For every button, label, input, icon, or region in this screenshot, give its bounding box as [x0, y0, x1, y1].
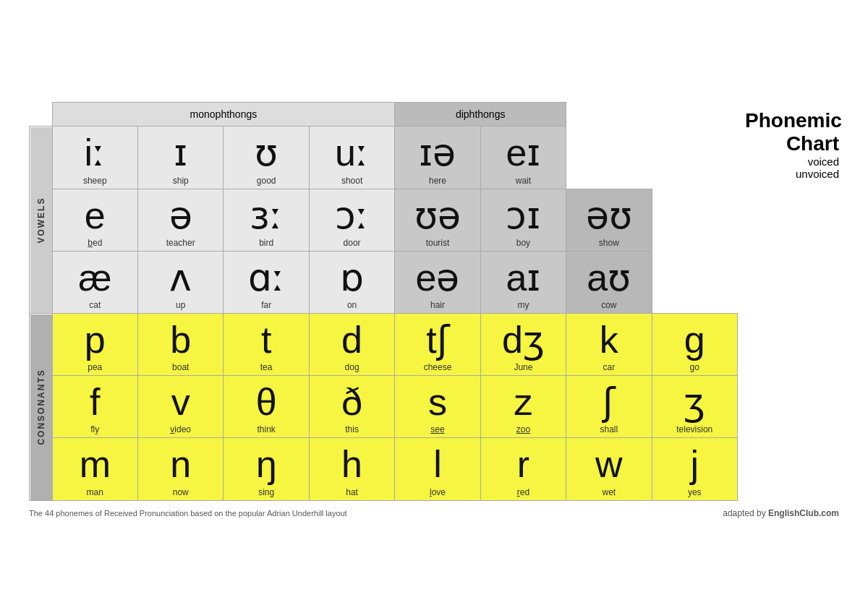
empty-v3	[652, 251, 737, 313]
word-far: far	[226, 300, 305, 310]
cell-l: l love	[395, 438, 480, 500]
main-container: monophthongs diphthongs VOWELS iː sheep	[29, 102, 839, 500]
cell-z: z zoo	[480, 376, 566, 438]
word-zoo: zoo	[484, 424, 563, 434]
consonant-row-3: m man n now ŋ sing h hat	[30, 438, 738, 500]
cell-h: h hat	[309, 438, 394, 500]
word-teacher: teacher	[141, 238, 220, 248]
header-row: monophthongs diphthongs	[30, 103, 738, 127]
consonant-row-1: CONSONANTS p pea b boat t tea	[30, 314, 738, 376]
empty-v1	[566, 127, 738, 189]
cell-n: n now	[138, 438, 224, 500]
symbol-m: m	[56, 444, 135, 485]
symbol-tʃ: tʃ	[398, 320, 477, 361]
diphthongs-header: diphthongs	[395, 103, 566, 127]
cell-k: k car	[566, 314, 652, 376]
cell-ʒ: ʒ television	[652, 376, 737, 438]
cell-aʊ: aʊ cow	[566, 251, 652, 313]
symbol-æ: æ	[56, 257, 135, 299]
symbol-t: t	[226, 320, 305, 361]
symbol-ɑː: ɑː	[226, 257, 305, 299]
page-wrapper: monophthongs diphthongs VOWELS iː sheep	[14, 87, 854, 525]
symbol-b: b	[141, 320, 220, 361]
vowels-label: VOWELS	[30, 127, 53, 314]
cell-ə: ə teacher	[138, 189, 224, 251]
cell-f: f fly	[52, 376, 137, 438]
word-cat: cat	[56, 300, 135, 310]
symbol-aɪ: aɪ	[484, 257, 563, 299]
word-shoot: shoot	[312, 176, 391, 186]
footer-credit: adapted by EnglishClub.com	[723, 508, 839, 518]
symbol-ɪə: ɪə	[398, 132, 477, 173]
cell-aɪ: aɪ my	[480, 251, 566, 313]
consonants-label: CONSONANTS	[30, 314, 53, 501]
cell-d: d dog	[309, 314, 394, 376]
word-love: love	[398, 487, 477, 497]
word-shall: shall	[569, 424, 648, 434]
symbol-d: d	[312, 320, 391, 361]
cell-ʊə: ʊə tourist	[395, 189, 480, 251]
vowel-row-1: VOWELS iː sheep ɪ ship ʊ good	[30, 127, 738, 189]
symbol-n: n	[141, 444, 220, 485]
cell-ʊ: ʊ good	[224, 127, 309, 189]
chart-area: monophthongs diphthongs VOWELS iː sheep	[29, 102, 738, 500]
symbol-p: p	[56, 320, 135, 361]
word-door: door	[312, 238, 391, 248]
cell-ɜː: ɜː bird	[224, 189, 309, 251]
monophthongs-header: monophthongs	[52, 103, 395, 127]
word-television: television	[655, 424, 734, 434]
word-cheese: cheese	[398, 362, 477, 372]
cell-w: w wet	[566, 438, 652, 500]
symbol-iː: iː	[56, 132, 135, 173]
phonemic-table: monophthongs diphthongs VOWELS iː sheep	[29, 102, 738, 500]
word-bed: bed	[56, 238, 135, 248]
symbol-ɔː: ɔː	[312, 195, 391, 236]
word-sing: sing	[226, 487, 305, 497]
symbol-j: j	[655, 444, 734, 485]
symbol-w: w	[569, 444, 648, 485]
word-tourist: tourist	[398, 238, 477, 248]
symbol-v: v	[141, 382, 220, 423]
word-red: red	[484, 487, 563, 497]
word-up: up	[141, 300, 220, 310]
word-here: here	[398, 176, 477, 186]
word-go: go	[655, 362, 734, 372]
cell-ɪ: ɪ ship	[138, 127, 224, 189]
symbol-θ: θ	[226, 382, 305, 423]
symbol-uː: uː	[312, 132, 391, 173]
symbol-z: z	[484, 382, 563, 423]
cell-eɪ: eɪ wait	[480, 127, 566, 189]
cell-θ: θ think	[224, 376, 309, 438]
symbol-ɪ: ɪ	[141, 132, 220, 173]
cell-g: g go	[652, 314, 737, 376]
symbol-aʊ: aʊ	[569, 257, 648, 299]
cell-tʃ: tʃ cheese	[395, 314, 480, 376]
word-cow: cow	[569, 300, 648, 310]
symbol-ɜː: ɜː	[226, 195, 305, 236]
word-boat: boat	[141, 362, 220, 372]
cell-ʌ: ʌ up	[138, 251, 224, 313]
symbol-ŋ: ŋ	[226, 444, 305, 485]
cell-v: v video	[138, 376, 224, 438]
word-pea: pea	[56, 362, 135, 372]
cell-ɔː: ɔː door	[309, 189, 394, 251]
vowel-row-3: æ cat ʌ up ɑː far ɒ on	[30, 251, 738, 313]
symbol-əʊ: əʊ	[569, 195, 648, 236]
symbol-ɔɪ: ɔɪ	[484, 195, 563, 236]
consonant-row-2: f fly v video θ think ð	[30, 376, 738, 438]
cell-s: s see	[395, 376, 480, 438]
symbol-k: k	[569, 320, 648, 361]
word-this: this	[312, 424, 391, 434]
cell-t: t tea	[224, 314, 309, 376]
word-sheep: sheep	[56, 176, 135, 186]
symbol-ʊ: ʊ	[226, 132, 305, 173]
word-boy: boy	[484, 238, 563, 248]
word-think: think	[226, 424, 305, 434]
symbol-eɪ: eɪ	[484, 132, 563, 173]
title-area: Phonemic Chart voiced unvoiced	[745, 102, 839, 180]
symbol-ʊə: ʊə	[398, 195, 477, 236]
cell-j: j yes	[652, 438, 737, 500]
title-chart: Chart	[745, 132, 839, 155]
title-unvoiced: unvoiced	[745, 168, 839, 180]
symbol-r: r	[484, 444, 563, 485]
